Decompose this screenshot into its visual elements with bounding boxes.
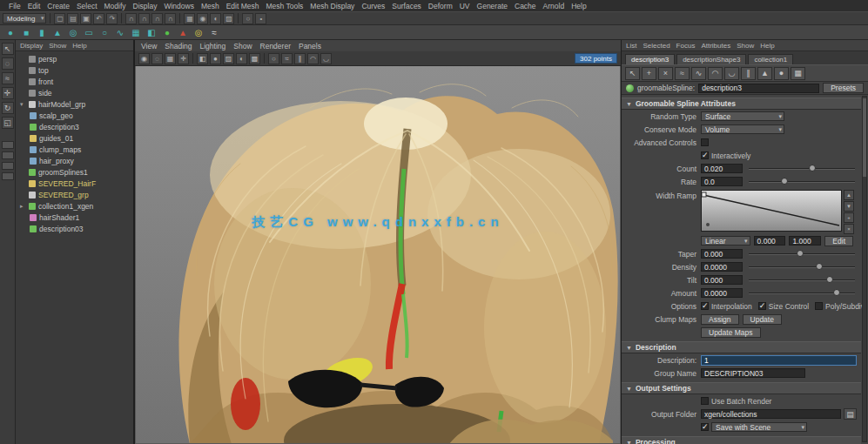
- snap-point-icon[interactable]: [151, 13, 163, 24]
- poly-sphere-icon[interactable]: [4, 26, 17, 38]
- outliner-item[interactable]: hairModel_grp: [16, 98, 133, 110]
- groom-add-icon[interactable]: [642, 67, 656, 80]
- group-name-field[interactable]: DESCRIPTION03: [701, 368, 805, 378]
- tab-description-shape[interactable]: descriptionShape3: [676, 54, 746, 64]
- attr-menu-show[interactable]: Show: [737, 42, 754, 50]
- vp-menu-shading[interactable]: Shading: [165, 42, 192, 50]
- menu-mesh-display[interactable]: Mesh Display: [306, 2, 358, 10]
- attr-menu-help[interactable]: Help: [760, 42, 774, 50]
- outliner-item[interactable]: SEVERED_HairF: [16, 178, 133, 189]
- render-settings-icon[interactable]: [223, 13, 234, 24]
- construction-history-icon[interactable]: [184, 13, 195, 24]
- count-field[interactable]: 0.020: [701, 164, 743, 173]
- snap-plane-icon[interactable]: [165, 13, 176, 24]
- update-maps-button[interactable]: Update Maps: [701, 327, 761, 338]
- scale-tool-icon[interactable]: [2, 117, 14, 129]
- tab-collection[interactable]: collection1: [748, 54, 793, 64]
- outliner-item[interactable]: persp: [16, 53, 133, 64]
- undo-icon[interactable]: [93, 13, 104, 24]
- conserve-mode-dropdown[interactable]: Volume: [701, 124, 784, 134]
- save-mode-dropdown[interactable]: Save with Scene: [711, 422, 807, 432]
- layout-single-button[interactable]: [2, 141, 14, 149]
- vp-menu-view[interactable]: View: [141, 42, 157, 50]
- menu-display[interactable]: Display: [130, 2, 161, 10]
- section-processing-header[interactable]: ▼Processing: [622, 436, 861, 444]
- groom-noise-icon[interactable]: [691, 67, 706, 80]
- camera-attrs-icon[interactable]: [307, 53, 319, 64]
- ramp-add-key-button[interactable]: [844, 212, 854, 223]
- redo-icon[interactable]: [106, 13, 118, 24]
- advanced-controls-checkbox[interactable]: [701, 138, 709, 146]
- description-name-input[interactable]: 1: [701, 355, 857, 366]
- poly-cube-icon[interactable]: [20, 26, 32, 38]
- groom-clump-icon[interactable]: [724, 67, 739, 80]
- groom-delete-icon[interactable]: [658, 67, 673, 80]
- size-control-checkbox[interactable]: [758, 302, 766, 310]
- ramp-delete-key-button[interactable]: [844, 224, 854, 234]
- gate-mask-icon[interactable]: [178, 53, 189, 64]
- attr-menu-selected[interactable]: Selected: [643, 42, 670, 50]
- paint-select-tool-icon[interactable]: [2, 72, 14, 84]
- open-scene-icon[interactable]: [67, 13, 78, 24]
- node-name-field[interactable]: description3: [698, 84, 819, 93]
- menu-cache[interactable]: Cache: [511, 2, 540, 10]
- bookmark-icon[interactable]: [320, 53, 332, 64]
- attr-scroll-area[interactable]: ▼Groomable Spline Attributes Random Type…: [622, 95, 868, 444]
- groom-select-icon[interactable]: [625, 67, 640, 80]
- outliner-item[interactable]: scalp_geo: [16, 110, 133, 121]
- save-scene-icon[interactable]: [80, 13, 91, 24]
- attr-scrollbar[interactable]: [862, 96, 867, 442]
- count-slider[interactable]: [749, 164, 857, 173]
- lighting-toggle-icon[interactable]: [236, 53, 247, 64]
- wireframe-mode-icon[interactable]: [197, 53, 208, 64]
- outliner-item[interactable]: guides_01: [16, 132, 133, 144]
- menu-mesh-tools[interactable]: Mesh Tools: [263, 2, 307, 10]
- outliner-item[interactable]: collection1_xgen: [16, 200, 133, 212]
- density-slider[interactable]: [749, 262, 857, 272]
- interpolation-checkbox[interactable]: [701, 302, 709, 310]
- menu-deform[interactable]: Deform: [425, 2, 456, 10]
- output-folder-field[interactable]: xgen/collections: [701, 409, 841, 419]
- selection-mask-icon[interactable]: [242, 13, 253, 24]
- vp-menu-renderer[interactable]: Renderer: [260, 42, 291, 50]
- outliner-item[interactable]: front: [16, 76, 133, 87]
- menu-curves[interactable]: Curves: [358, 2, 388, 10]
- isolate-select-icon[interactable]: [151, 53, 163, 64]
- select-camera-icon[interactable]: [138, 53, 150, 64]
- menu-arnold[interactable]: Arnold: [540, 2, 569, 10]
- groom-grab-icon[interactable]: [791, 67, 805, 80]
- menu-modify[interactable]: Modify: [101, 2, 130, 10]
- vp-menu-panels[interactable]: Panels: [299, 42, 321, 50]
- outliner-item[interactable]: SEVERED_grp: [16, 189, 133, 200]
- menu-generate[interactable]: Generate: [474, 2, 511, 10]
- vp-menu-show[interactable]: Show: [233, 42, 252, 50]
- render-icon[interactable]: [197, 13, 208, 24]
- poly-subdiv-checkbox[interactable]: [815, 302, 823, 310]
- rotate-tool-icon[interactable]: [2, 102, 14, 114]
- groom-brush-icon[interactable]: [208, 26, 220, 38]
- menu-create[interactable]: Create: [44, 2, 73, 10]
- ramp-edit-button[interactable]: Edit: [824, 236, 853, 246]
- ipr-render-icon[interactable]: [210, 13, 221, 24]
- nurbs-circle-icon[interactable]: [98, 26, 111, 38]
- outliner-menu-display[interactable]: Display: [20, 42, 43, 50]
- outliner-item[interactable]: side: [16, 87, 133, 98]
- expander-icon[interactable]: [20, 203, 26, 210]
- ramp-zoom-in-button[interactable]: [844, 190, 854, 200]
- interactively-checkbox[interactable]: [701, 151, 709, 159]
- groom-bend-icon[interactable]: [708, 67, 723, 80]
- menu-help[interactable]: Help: [568, 2, 589, 10]
- menu-edit-mesh[interactable]: Edit Mesh: [223, 2, 263, 10]
- menu-set-dropdown[interactable]: Modeling: [3, 13, 46, 24]
- outliner-item[interactable]: top: [16, 64, 133, 76]
- menu-uv[interactable]: UV: [456, 2, 474, 10]
- batch-render-checkbox[interactable]: [701, 397, 709, 405]
- poly-torus-icon[interactable]: [67, 26, 79, 38]
- outliner-item[interactable]: description3: [16, 121, 133, 132]
- section-description-header[interactable]: ▼Description: [622, 341, 861, 353]
- assign-button[interactable]: Assign: [701, 314, 739, 325]
- tilt-slider[interactable]: [749, 275, 857, 285]
- attr-menu-focus[interactable]: Focus: [676, 42, 696, 50]
- snap-curve-icon[interactable]: [138, 13, 150, 24]
- poly-cylinder-icon[interactable]: [36, 26, 48, 38]
